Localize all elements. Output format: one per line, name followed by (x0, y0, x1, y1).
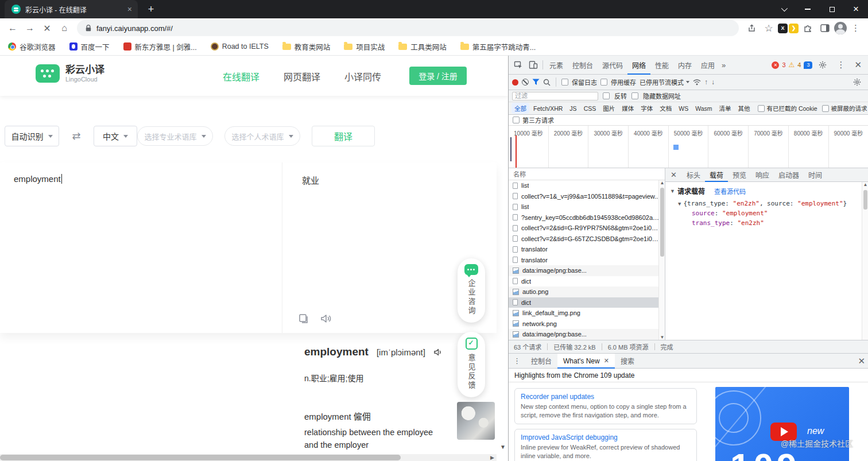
warning-icon[interactable]: ⚠ (789, 61, 795, 69)
network-request-row[interactable]: link_default_img.png (509, 308, 665, 319)
tab-payload[interactable]: 载荷 (705, 168, 728, 182)
tab-memory[interactable]: 内存 (673, 56, 696, 75)
blocked-requests-checkbox[interactable] (822, 105, 829, 112)
filter-chip-all[interactable]: 全部 (512, 103, 529, 114)
tab-elements[interactable]: 元素 (545, 56, 568, 75)
tab-initiator[interactable]: 启动器 (774, 168, 804, 182)
forward-button[interactable]: → (22, 20, 38, 36)
scrollbar-thumb[interactable] (863, 190, 867, 210)
payload-summary[interactable]: ▼ {trans_type: "en2zh", source: "employm… (665, 199, 868, 208)
blocked-cookies-checkbox[interactable] (758, 105, 765, 112)
export-har-icon[interactable]: ↓ (711, 78, 715, 86)
nav-webpage-translate[interactable]: 网页翻译 (284, 69, 320, 83)
window-maximize-button[interactable] (820, 0, 844, 18)
bookmark-item[interactable]: 百度一下 (69, 41, 110, 52)
more-tabs-icon[interactable]: » (719, 61, 728, 69)
throttling-dropdown[interactable]: 已停用节流模式 (640, 78, 689, 87)
enterprise-consult-button[interactable]: 企业咨询 (458, 258, 485, 323)
copy-icon[interactable] (299, 313, 309, 324)
stop-button[interactable]: ✕ (39, 20, 55, 36)
filter-chip-manifest[interactable]: 清单 (716, 103, 734, 114)
horizontal-scrollbar[interactable]: ▶ (0, 454, 497, 461)
filter-chip-ws[interactable]: WS (676, 104, 691, 113)
drawer-tab-whats-new[interactable]: What's New ✕ (557, 354, 615, 369)
filter-chip-font[interactable]: 字体 (638, 103, 656, 114)
close-tab-icon[interactable]: ✕ (604, 357, 609, 365)
network-request-row[interactable]: collect?v=2&tid=G-65TZCJSDBD&gtm=2oe1i0&… (509, 234, 665, 245)
window-close-button[interactable]: × (844, 0, 868, 18)
login-register-button[interactable]: 登录 / 注册 (409, 67, 467, 85)
pro-glossary-dropdown[interactable]: 选择专业术语库 (137, 126, 213, 146)
source-text-panel[interactable]: employment (0, 162, 282, 333)
side-panel-icon[interactable] (817, 20, 833, 36)
translate-button[interactable]: 翻译 (312, 126, 375, 146)
bookmark-folder[interactable]: 项目实战 (344, 41, 385, 52)
filter-chip-media[interactable]: 媒体 (619, 103, 637, 114)
network-request-row[interactable]: ?sentry_key=05ccdbb6db1945938ce0d98602a2… (509, 212, 665, 223)
filter-chip-doc[interactable]: 文档 (657, 103, 675, 114)
payload-entry[interactable]: trans_type: "en2zh" (665, 218, 868, 228)
network-request-row[interactable]: list (509, 202, 665, 212)
nav-online-translate[interactable]: 在线翻译 (223, 69, 259, 83)
extensions-puzzle-icon[interactable] (800, 20, 816, 36)
drawer-menu-icon[interactable]: ⋮ (509, 357, 525, 365)
devtools-menu-icon[interactable]: ⋮ (833, 60, 848, 70)
site-logo[interactable]: 彩云小译 LingoCloud (36, 64, 104, 83)
tab-response[interactable]: 响应 (751, 168, 774, 182)
network-conditions-wifi-icon[interactable] (693, 79, 701, 86)
speaker-icon[interactable] (320, 313, 332, 324)
search-icon[interactable] (543, 79, 551, 86)
target-language-dropdown[interactable]: 中文 (94, 126, 137, 146)
word-thumbnail-image[interactable] (457, 402, 495, 440)
horizontal-scrollbar-thumb[interactable] (0, 455, 401, 460)
filter-chip-wasm[interactable]: Wasm (692, 104, 715, 113)
tab-application[interactable]: 应用 (696, 56, 719, 75)
scrollbar-thumb[interactable] (660, 188, 664, 257)
error-count[interactable]: 3 (782, 61, 785, 68)
tab-network[interactable]: 网络 (627, 56, 650, 75)
device-toolbar-icon[interactable] (526, 57, 541, 72)
scroll-up-arrow[interactable]: ▲ (659, 180, 665, 185)
inspect-element-icon[interactable] (511, 57, 526, 72)
drawer-tab-console[interactable]: 控制台 (525, 354, 557, 369)
address-bar[interactable]: fanyi.caiyunapp.com/#/ (77, 20, 739, 36)
tab-search-chevron-icon[interactable] (772, 0, 796, 18)
drawer-tab-search[interactable]: 搜索 (615, 354, 640, 369)
close-detail-icon[interactable]: ✕ (665, 171, 682, 179)
window-minimize-button[interactable] (796, 0, 820, 18)
tab-close-icon[interactable]: × (127, 5, 132, 13)
scroll-down-arrow[interactable]: ▼ (659, 335, 665, 340)
personal-glossary-dropdown[interactable]: 选择个人术语库 (224, 126, 300, 146)
payload-entry[interactable]: source: "employment" (665, 208, 868, 218)
filter-input[interactable] (512, 92, 598, 100)
pronounce-speaker-icon[interactable] (433, 348, 443, 357)
detail-scrollbar[interactable]: ▲ (862, 182, 868, 340)
drawer-close-icon[interactable]: ✕ (855, 356, 868, 366)
devtools-settings-gear-icon[interactable] (815, 57, 830, 72)
filter-chip-img[interactable]: 图片 (600, 103, 618, 114)
network-request-row[interactable]: collect?v=1&_v=j99&a=100511889&t=pagevie… (509, 191, 665, 202)
bookmark-folder[interactable]: 第五届字节跳动青... (460, 41, 536, 52)
network-request-row[interactable]: translator (509, 255, 665, 266)
filter-funnel-icon[interactable] (532, 79, 540, 86)
view-source-link[interactable]: 查看源代码 (714, 187, 746, 196)
extension-docs-icon[interactable]: ❯ (789, 24, 799, 33)
filter-chip-other[interactable]: 其他 (735, 103, 753, 114)
network-request-row[interactable]: dict (509, 276, 665, 287)
filter-chip-css[interactable]: CSS (581, 104, 599, 113)
url-text[interactable]: fanyi.caiyunapp.com/#/ (96, 24, 173, 33)
import-har-icon[interactable]: ↑ (704, 78, 708, 86)
browser-menu-icon[interactable]: ⋮ (848, 23, 863, 33)
tab-headers[interactable]: 标头 (682, 168, 705, 182)
network-request-row[interactable]: data:image/png:base... (509, 329, 665, 340)
feedback-button[interactable]: 意见反馈 (458, 332, 485, 397)
error-icon[interactable]: ✕ (772, 61, 779, 69)
page-scroll-down-arrow[interactable]: ▼ (500, 444, 506, 450)
home-button[interactable]: ⌂ (56, 20, 72, 36)
network-request-row[interactable]: autio.png (509, 286, 665, 297)
clear-icon[interactable] (522, 79, 529, 86)
bookmark-star-icon[interactable]: ☆ (761, 20, 777, 36)
request-name-column-header[interactable]: 名称 (509, 168, 665, 180)
network-request-row[interactable]: list (509, 180, 665, 191)
share-icon[interactable] (743, 20, 760, 36)
